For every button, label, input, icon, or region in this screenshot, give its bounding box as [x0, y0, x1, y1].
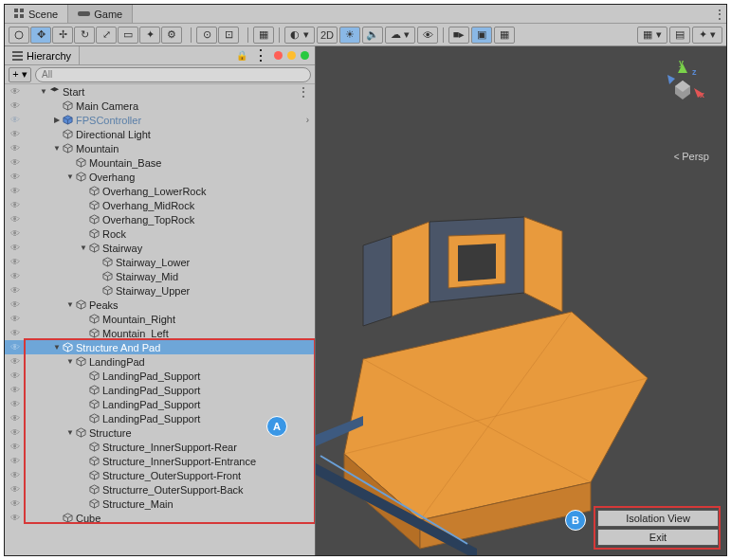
visibility-icon[interactable]: 👁 [9, 384, 22, 397]
lighting-toggle[interactable]: ☀ [339, 27, 360, 44]
visibility-icon[interactable]: 👁 [9, 355, 22, 369]
tree-row[interactable]: 👁Rock [5, 226, 315, 241]
visibility-icon[interactable]: 👁 [9, 455, 22, 468]
hidden-toggle[interactable]: 👁 [417, 27, 438, 44]
visibility-icon[interactable]: 👁 [9, 327, 22, 340]
exit-button[interactable]: Exit [597, 529, 719, 546]
lock-icon[interactable]: 🔒 [236, 50, 247, 61]
layout-a[interactable]: ▤ [669, 27, 690, 44]
visibility-icon[interactable]: 👁 [9, 171, 22, 184]
tool-hand[interactable]: ✥ [30, 27, 51, 44]
tree-row[interactable]: 👁▼Stairway [5, 241, 315, 255]
tool-custom[interactable]: ⚙ [161, 27, 182, 44]
tree-row[interactable]: 👁▼Peaks [5, 298, 315, 312]
hierarchy-tree[interactable]: 👁▼Start⋮👁Main Camera👁▶FPSController›👁Dir… [5, 84, 315, 555]
isolation-view-button[interactable]: Isolation View [597, 510, 719, 527]
visibility-icon[interactable]: 👁 [9, 270, 22, 283]
tree-row[interactable]: 👁LandingPad_Support [5, 383, 315, 397]
tree-row[interactable]: 👁Structurre_OuterSupport-Back [5, 482, 315, 497]
tree-row[interactable]: 👁Structure_InnerSupport-Entrance [5, 454, 315, 468]
tab-menu-icon[interactable]: ⋮ [713, 5, 726, 23]
visibility-icon[interactable]: 👁 [9, 313, 22, 326]
visibility-icon[interactable]: 👁 [9, 298, 22, 312]
handle-toggle[interactable]: ⊡ [218, 27, 239, 44]
visibility-icon[interactable]: 👁 [9, 114, 22, 127]
visibility-icon[interactable]: 👁 [9, 441, 22, 454]
panel-menu-icon[interactable]: ⋮ [253, 46, 268, 64]
tree-row[interactable]: 👁Mountain_Base [5, 155, 315, 170]
scene-viewport[interactable]: y x z Persp [316, 46, 726, 555]
arrow-down-icon[interactable]: ▼ [65, 357, 75, 366]
visibility-icon[interactable]: 👁 [9, 497, 22, 511]
arrow-right-icon[interactable]: ▶ [52, 116, 62, 124]
visibility-icon[interactable]: 👁 [9, 142, 22, 155]
visibility-icon[interactable]: 👁 [9, 199, 22, 212]
mode-2d[interactable]: 2D [317, 27, 338, 44]
visibility-icon[interactable]: 👁 [9, 426, 22, 440]
visibility-icon[interactable]: 👁 [9, 398, 22, 411]
arrow-down-icon[interactable]: ▼ [52, 144, 62, 153]
visibility-icon[interactable]: 👁 [9, 341, 22, 354]
tree-row[interactable]: 👁Directional Light [5, 127, 315, 141]
tree-row[interactable]: 👁Structure_InnerSupport-Rear [5, 440, 315, 454]
tree-row[interactable]: 👁Structure_OuterSupport-Front [5, 468, 315, 482]
tree-row[interactable]: 👁Stairway_Lower [5, 255, 315, 269]
search-input[interactable] [35, 67, 311, 82]
tree-row[interactable]: 👁Mountain_Left [5, 326, 315, 340]
tree-row[interactable]: 👁Overhang_LowerRock [5, 184, 315, 198]
visibility-icon[interactable]: 👁 [9, 412, 22, 425]
visibility-icon[interactable]: 👁 [9, 512, 22, 525]
tool-move[interactable]: ✢ [52, 27, 73, 44]
tool-rect[interactable]: ▭ [118, 27, 138, 44]
camera-toggle[interactable]: ■▸ [448, 27, 469, 44]
visibility-icon[interactable]: 👁 [9, 483, 22, 497]
pivot-toggle[interactable]: ⊙ [196, 27, 217, 44]
draw-mode-dropdown[interactable]: ◐ ▾ [284, 27, 315, 44]
maximize-icon[interactable] [301, 51, 309, 60]
visibility-icon[interactable]: 👁 [9, 185, 22, 198]
tab-scene[interactable]: Scene [5, 5, 68, 23]
visibility-icon[interactable]: 👁 [9, 469, 22, 482]
tree-row[interactable]: 👁▼Mountain [5, 141, 315, 155]
minimize-icon[interactable] [287, 51, 296, 60]
visibility-icon[interactable]: 👁 [9, 128, 22, 141]
visibility-icon[interactable]: 👁 [9, 85, 22, 99]
arrow-down-icon[interactable]: ▼ [39, 87, 48, 96]
visibility-icon[interactable]: 👁 [9, 227, 22, 241]
tree-row[interactable]: 👁▼LandingPad [5, 354, 315, 369]
tree-row[interactable]: 👁▼Structure [5, 425, 315, 440]
visibility-icon[interactable]: 👁 [9, 370, 22, 383]
hierarchy-tab[interactable]: Hierarchy [5, 46, 80, 64]
tree-row[interactable]: 👁Overhang_TopRock [5, 212, 315, 226]
visibility-icon[interactable]: 👁 [9, 99, 22, 113]
grid-toggle[interactable]: ▦ [494, 27, 515, 44]
grid-snap[interactable]: ▦ [253, 27, 274, 44]
arrow-down-icon[interactable]: ▼ [65, 300, 75, 309]
close-icon[interactable] [274, 51, 283, 60]
camera-mode-label[interactable]: Persp [674, 151, 709, 162]
tree-row[interactable]: 👁LandingPad_Support [5, 397, 315, 411]
tree-row[interactable]: 👁▶FPSController› [5, 113, 315, 127]
tool-transform[interactable]: ✦ [139, 27, 160, 44]
arrow-down-icon[interactable]: ▼ [65, 428, 75, 437]
tree-row[interactable]: 👁Stairway_Mid [5, 269, 315, 283]
visibility-icon[interactable]: 👁 [9, 242, 22, 255]
arrow-down-icon[interactable]: ▼ [79, 244, 88, 252]
visibility-icon[interactable]: 👁 [9, 284, 22, 298]
create-dropdown[interactable]: + ▾ [9, 67, 31, 82]
tree-row[interactable]: 👁LandingPad_Support [5, 369, 315, 383]
context-menu-icon[interactable]: ⋮ [298, 85, 309, 99]
tree-row[interactable]: 👁▼Start⋮ [5, 84, 315, 99]
tool-view[interactable] [9, 27, 29, 44]
tool-rotate[interactable]: ↻ [74, 27, 95, 44]
tree-row[interactable]: 👁▼Structure And Pad [5, 340, 315, 354]
arrow-down-icon[interactable]: ▼ [52, 343, 62, 352]
gizmo-toggle[interactable]: ▣ [471, 27, 492, 44]
tree-row[interactable]: 👁Mountain_Right [5, 312, 315, 326]
tool-scale[interactable]: ⤢ [96, 27, 117, 44]
orientation-gizmo[interactable]: y x z [656, 60, 709, 113]
layers-dropdown[interactable]: ▦ ▾ [637, 27, 667, 44]
tree-row[interactable]: 👁LandingPad_Support [5, 411, 315, 425]
tree-row[interactable]: 👁Cube [5, 511, 315, 525]
chevron-right-icon[interactable]: › [306, 115, 309, 125]
